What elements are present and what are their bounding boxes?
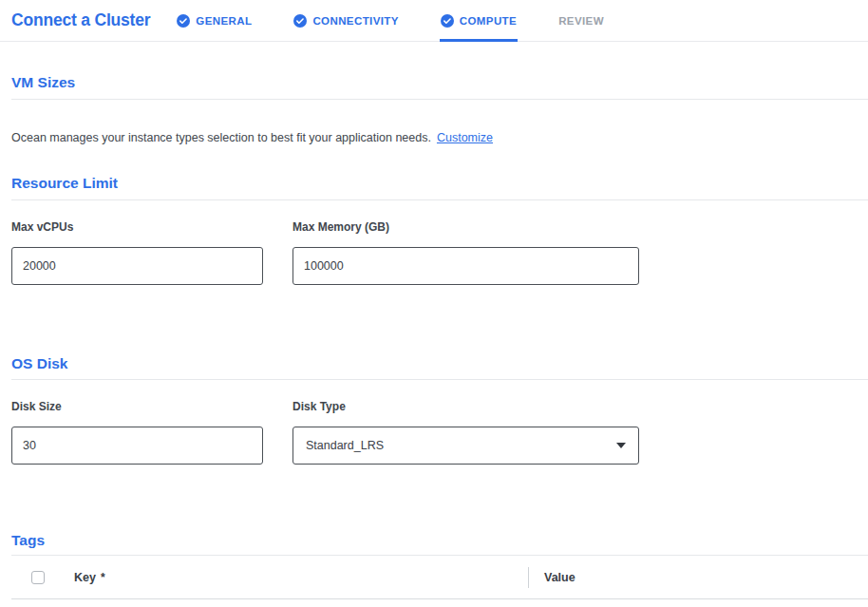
key-column-header: Key: [74, 571, 96, 584]
vm-sizes-heading: VM Sizes: [11, 73, 868, 92]
customize-link[interactable]: Customize: [437, 131, 493, 144]
disk-size-input[interactable]: [11, 427, 263, 465]
key-column-header-group: Key *: [74, 571, 528, 584]
resource-limit-heading: Resource Limit: [11, 174, 868, 193]
tab-connectivity-label: CONNECTIVITY: [312, 15, 398, 27]
wizard-header: Connect a Cluster GENERAL CONNECTIVITY C…: [0, 0, 868, 42]
tab-general-label: GENERAL: [196, 15, 252, 27]
page-title: Connect a Cluster: [11, 10, 150, 30]
tab-connectivity[interactable]: CONNECTIVITY: [292, 0, 399, 41]
disk-size-label: Disk Size: [11, 400, 263, 414]
section-divider: [11, 379, 868, 380]
max-vcpus-label: Max vCPUs: [11, 220, 263, 235]
max-memory-input[interactable]: [292, 247, 639, 285]
vm-sizes-description-row: Ocean manages your instance types select…: [11, 131, 868, 144]
section-divider: [11, 99, 868, 100]
os-disk-heading: OS Disk: [11, 354, 868, 373]
resource-limit-labels: Max vCPUs Max Memory (GB): [11, 220, 868, 235]
select-all-checkbox[interactable]: [31, 571, 45, 584]
os-disk-inputs: Standard_LRS: [11, 427, 868, 465]
value-column-header: Value: [544, 571, 576, 584]
tab-review-label: REVIEW: [558, 15, 604, 27]
disk-type-label: Disk Type: [292, 400, 639, 414]
max-memory-label: Max Memory (GB): [292, 220, 639, 235]
check-circle-icon: [177, 14, 190, 28]
check-circle-icon: [441, 14, 454, 28]
tags-table-header: Key * Value: [11, 556, 868, 599]
tab-compute[interactable]: COMPUTE: [440, 0, 518, 41]
os-disk-labels: Disk Size Disk Type: [11, 400, 868, 414]
disk-type-select[interactable]: Standard_LRS: [292, 427, 639, 465]
wizard-steps: GENERAL CONNECTIVITY COMPUTE REVIEW: [176, 0, 645, 41]
tab-compute-label: COMPUTE: [460, 15, 517, 27]
tab-general[interactable]: GENERAL: [176, 0, 253, 41]
resource-limit-inputs: [11, 247, 868, 285]
max-vcpus-input[interactable]: [11, 247, 263, 285]
section-divider: [11, 199, 868, 200]
column-divider: [528, 567, 529, 588]
compute-step-content: VM Sizes Ocean manages your instance typ…: [0, 73, 868, 599]
tab-review[interactable]: REVIEW: [557, 0, 605, 41]
disk-type-selected-value: Standard_LRS: [306, 439, 384, 452]
chevron-down-icon: [616, 443, 626, 448]
vm-sizes-description: Ocean manages your instance types select…: [11, 131, 431, 144]
required-marker: *: [101, 571, 105, 584]
check-circle-icon: [293, 14, 307, 28]
tags-heading: Tags: [11, 531, 868, 550]
